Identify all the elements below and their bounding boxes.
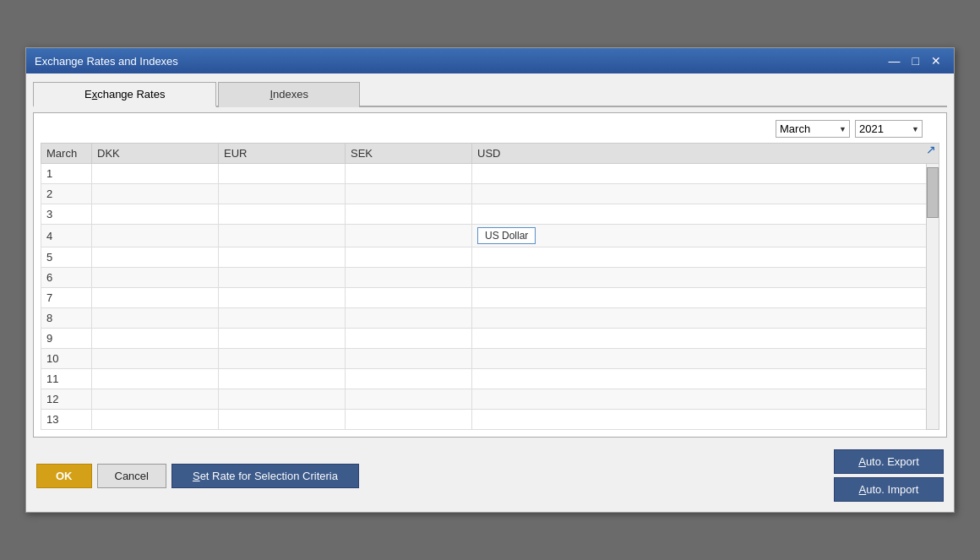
cell-sek[interactable] — [346, 369, 472, 389]
cell-eur[interactable] — [219, 184, 346, 204]
cell-usd[interactable] — [472, 349, 939, 369]
cell-day[interactable]: 1 — [41, 164, 92, 184]
cell-sek[interactable] — [346, 389, 472, 410]
col-header-dkk: DKK — [92, 144, 219, 164]
cell-eur[interactable] — [219, 349, 346, 369]
cell-eur[interactable] — [219, 410, 346, 430]
col-header-sek: SEK — [346, 144, 472, 164]
cell-sek[interactable] — [346, 329, 472, 349]
cell-dkk[interactable] — [92, 225, 219, 247]
cell-usd[interactable] — [472, 329, 939, 349]
cell-sek[interactable] — [346, 349, 472, 369]
cell-day[interactable]: 5 — [41, 247, 92, 268]
cell-sek[interactable] — [346, 308, 472, 329]
cell-eur[interactable] — [219, 164, 346, 184]
cell-sek[interactable] — [346, 268, 472, 288]
year-select[interactable]: 2019 2020 2021 2022 2023 — [855, 120, 923, 138]
cell-usd[interactable] — [472, 389, 939, 410]
cell-day[interactable]: 9 — [41, 329, 92, 349]
tab-exchange-rates-label: Exchange Rates — [84, 88, 165, 101]
cell-eur[interactable] — [219, 308, 346, 329]
tab-exchange-rates[interactable]: Exchange Rates — [33, 82, 216, 107]
table-row: 9 — [41, 329, 939, 349]
cell-dkk[interactable] — [92, 204, 219, 225]
vertical-scrollbar[interactable] — [926, 163, 939, 430]
tooltip-cell: US Dollar — [477, 227, 536, 244]
cell-dkk[interactable] — [92, 329, 219, 349]
table-row: 12 — [41, 389, 939, 410]
cell-dkk[interactable] — [92, 164, 219, 184]
cell-usd[interactable] — [472, 247, 939, 268]
cell-day[interactable]: 12 — [41, 389, 92, 410]
table-row: 4US Dollar — [41, 225, 939, 247]
table-row: 6 — [41, 268, 939, 288]
auto-export-label: Auto. Export — [858, 455, 919, 468]
scrollbar-thumb[interactable] — [927, 167, 939, 218]
bottom-right-buttons: Auto. Export Auto. Import — [834, 449, 944, 502]
cell-day[interactable]: 8 — [41, 308, 92, 329]
cell-eur[interactable] — [219, 247, 346, 268]
exchange-rates-table-container: ↗ March DKK EUR SEK USD 1234US Dollar56 — [41, 143, 939, 430]
cell-eur[interactable] — [219, 268, 346, 288]
cell-eur[interactable] — [219, 204, 346, 225]
cell-usd[interactable] — [472, 288, 939, 308]
cell-sek[interactable] — [346, 184, 472, 204]
expand-icon[interactable]: ↗ — [926, 143, 936, 156]
cell-dkk[interactable] — [92, 268, 219, 288]
cell-dkk[interactable] — [92, 410, 219, 430]
cell-eur[interactable] — [219, 369, 346, 389]
month-select[interactable]: January February March April May June Ju… — [776, 120, 850, 138]
bottom-bar: OK Cancel Set Rate for Selection Criteri… — [33, 443, 947, 505]
close-button[interactable]: ✕ — [927, 55, 945, 67]
auto-export-button[interactable]: Auto. Export — [834, 449, 944, 474]
title-bar-controls: — □ ✕ — [885, 55, 945, 67]
main-window: Exchange Rates and Indexes — □ ✕ Exchang… — [25, 47, 955, 513]
cell-day[interactable]: 2 — [41, 184, 92, 204]
set-rate-button[interactable]: Set Rate for Selection Criteria — [172, 464, 359, 488]
cell-day[interactable]: 13 — [41, 410, 92, 430]
cell-day[interactable]: 6 — [41, 268, 92, 288]
cell-day[interactable]: 4 — [41, 225, 92, 247]
cell-eur[interactable] — [219, 225, 346, 247]
exchange-rates-table: March DKK EUR SEK USD 1234US Dollar56789… — [41, 143, 939, 430]
tab-indexes[interactable]: Indexes — [218, 82, 360, 107]
cell-usd[interactable]: US Dollar — [472, 225, 939, 247]
cell-sek[interactable] — [346, 247, 472, 268]
cell-usd[interactable] — [472, 369, 939, 389]
cell-usd[interactable] — [472, 184, 939, 204]
cell-eur[interactable] — [219, 288, 346, 308]
table-row: 10 — [41, 349, 939, 369]
auto-import-button[interactable]: Auto. Import — [834, 477, 944, 502]
cell-sek[interactable] — [346, 288, 472, 308]
cell-dkk[interactable] — [92, 184, 219, 204]
cell-dkk[interactable] — [92, 288, 219, 308]
cell-dkk[interactable] — [92, 389, 219, 410]
cell-sek[interactable] — [346, 164, 472, 184]
cell-dkk[interactable] — [92, 247, 219, 268]
cancel-button[interactable]: Cancel — [97, 464, 166, 488]
cell-usd[interactable] — [472, 410, 939, 430]
title-bar: Exchange Rates and Indexes — □ ✕ — [26, 48, 954, 73]
cell-sek[interactable] — [346, 225, 472, 247]
cell-day[interactable]: 7 — [41, 288, 92, 308]
maximize-button[interactable]: □ — [908, 55, 923, 67]
cell-sek[interactable] — [346, 410, 472, 430]
cell-usd[interactable] — [472, 204, 939, 225]
cell-day[interactable]: 3 — [41, 204, 92, 225]
cell-sek[interactable] — [346, 204, 472, 225]
cell-usd[interactable] — [472, 268, 939, 288]
ok-button[interactable]: OK — [36, 464, 92, 488]
cell-dkk[interactable] — [92, 369, 219, 389]
cell-day[interactable]: 10 — [41, 349, 92, 369]
cell-dkk[interactable] — [92, 349, 219, 369]
cell-eur[interactable] — [219, 329, 346, 349]
cell-eur[interactable] — [219, 389, 346, 410]
cell-dkk[interactable] — [92, 308, 219, 329]
cell-usd[interactable] — [472, 308, 939, 329]
minimize-button[interactable]: — — [885, 55, 905, 67]
filter-bar: January February March April May June Ju… — [41, 120, 939, 138]
cell-day[interactable]: 11 — [41, 369, 92, 389]
col-header-eur: EUR — [219, 144, 346, 164]
month-select-wrapper: January February March April May June Ju… — [776, 120, 850, 138]
cell-usd[interactable] — [472, 164, 939, 184]
